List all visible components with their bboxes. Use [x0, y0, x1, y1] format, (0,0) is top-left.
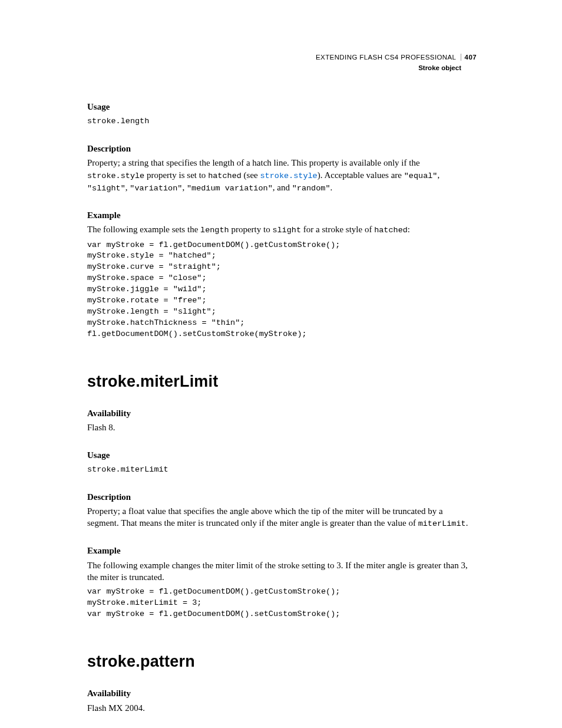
description-heading: Description — [87, 143, 477, 154]
availability-heading: Availability — [87, 407, 477, 419]
example-text: The following example sets the length pr… — [87, 223, 477, 236]
usage-code: stroke.miterLimit — [87, 465, 477, 476]
stroke-style-link[interactable]: stroke.style — [260, 172, 318, 180]
section-title-pattern: stroke.pattern — [87, 651, 477, 672]
example-text: The following example changes the miter … — [87, 559, 477, 584]
page-header: EXTENDING FLASH CS4 PROFESSIONAL 407 Str… — [87, 53, 477, 73]
availability-heading: Availability — [87, 687, 477, 699]
document-page: EXTENDING FLASH CS4 PROFESSIONAL 407 Str… — [0, 0, 562, 728]
example-heading: Example — [87, 545, 477, 556]
description-text: Property; a float value that specifies t… — [87, 505, 477, 529]
section-title-miterlimit: stroke.miterLimit — [87, 371, 477, 392]
example-code: var myStroke = fl.getDocumentDOM().getCu… — [87, 587, 477, 620]
availability-value: Flash 8. — [87, 421, 477, 433]
description-heading: Description — [87, 491, 477, 503]
availability-value: Flash MX 2004. — [87, 702, 477, 714]
usage-code: stroke.length — [87, 116, 477, 127]
page-number: 407 — [461, 54, 477, 61]
doc-title: EXTENDING FLASH CS4 PROFESSIONAL — [316, 54, 456, 61]
usage-heading: Usage — [87, 449, 477, 461]
example-heading: Example — [87, 209, 477, 221]
description-text: Property; a string that specifies the le… — [87, 157, 477, 194]
section-name: Stroke object — [87, 64, 461, 73]
usage-heading: Usage — [87, 101, 477, 113]
example-code: var myStroke = fl.getDocumentDOM().getCu… — [87, 240, 477, 340]
